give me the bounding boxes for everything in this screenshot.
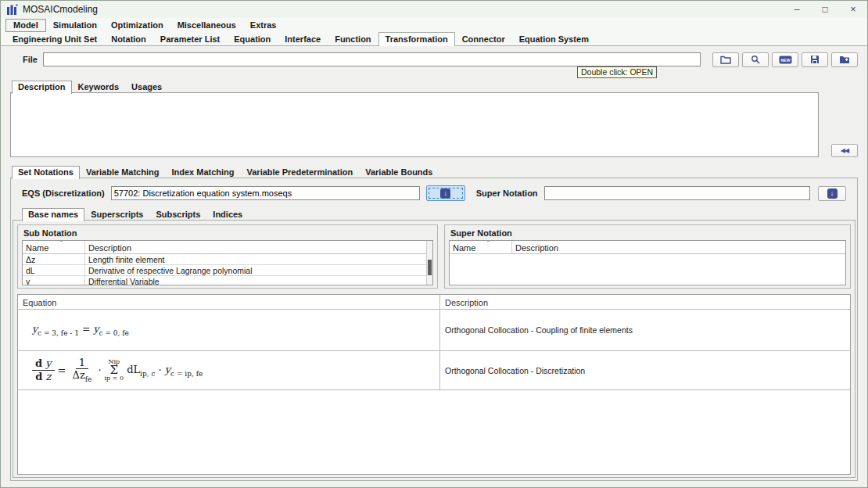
column-header-name[interactable]: Name ˆ	[450, 241, 512, 253]
cell-name: dL	[23, 265, 85, 275]
cell-name: Δz	[23, 254, 85, 264]
file-search-button[interactable]	[742, 52, 769, 67]
tab-subscripts[interactable]: Subscripts	[149, 208, 206, 221]
floppy-icon	[810, 55, 820, 64]
super-notation-group: Super Notation Name ˆ Description	[444, 224, 851, 289]
main-content: File NEW	[1, 52, 867, 481]
tab-variable-matching[interactable]: Variable Matching	[80, 166, 166, 178]
window-title: MOSAICmodeling	[23, 4, 98, 15]
folder-export-icon	[839, 55, 850, 64]
tab-set-notations[interactable]: Set Notations	[12, 166, 80, 179]
notation-tab-bar: Base names Superscripts Subscripts Indic…	[22, 207, 857, 221]
tab-connector[interactable]: Connector	[455, 32, 512, 45]
file-new-button[interactable]: NEW	[772, 52, 798, 67]
equation-cell: yc = 3, fe - 1 = yc = 0, fe	[18, 310, 440, 350]
table-row[interactable]: dL Derivative of respective Lagrange pol…	[23, 265, 432, 276]
super-notation-import-button[interactable]: ↓	[818, 186, 846, 201]
equation-row[interactable]: yc = 3, fe - 1 = yc = 0, fe Orthogonal C…	[18, 310, 850, 351]
maximize-button[interactable]: □	[811, 1, 839, 18]
file-toolbar: NEW	[712, 52, 858, 67]
column-header-label: Name	[26, 243, 48, 253]
file-label: File	[10, 55, 43, 64]
folder-icon	[720, 55, 731, 64]
magnifier-icon	[751, 55, 760, 64]
sort-ascending-icon: ˆ	[487, 240, 490, 247]
column-header-label: Name	[453, 243, 475, 253]
equation-description: Orthogonal Collocation - Coupling of fin…	[440, 310, 850, 350]
file-open-button[interactable]	[712, 52, 739, 67]
tab-variable-bounds[interactable]: Variable Bounds	[359, 166, 439, 178]
menu-optimization[interactable]: Optimization	[104, 20, 170, 31]
app-logo-icon	[6, 4, 18, 16]
column-header-description: Description	[440, 295, 850, 309]
super-notation-label: Super Notation	[476, 188, 538, 198]
cell-name: y	[23, 276, 85, 285]
import-icon: ↓	[827, 188, 838, 199]
close-button[interactable]: ×	[839, 1, 867, 18]
eqs-row: EQS (Discretization) ↓ Super Notation ↓	[22, 185, 846, 201]
eqs-import-button[interactable]: ↓	[426, 185, 465, 201]
menu-bar: Model Simulation Optimization Miscellane…	[1, 18, 867, 32]
tab-notation[interactable]: Notation	[104, 32, 153, 45]
sub-notation-table: Name ˆ Description Δz Length finite elem…	[22, 240, 433, 285]
equation-formula: yc = 3, fe - 1 = yc = 0, fe	[32, 323, 129, 337]
tab-indices[interactable]: Indices	[206, 208, 249, 221]
super-notation-title: Super Notation	[450, 228, 846, 238]
minimize-button[interactable]: –	[783, 1, 811, 18]
new-badge-icon: NEW	[779, 56, 792, 64]
eqs-label: EQS (Discretization)	[22, 188, 105, 198]
column-header-description[interactable]: Description	[512, 241, 561, 253]
menu-miscellaneous[interactable]: Miscellaneous	[170, 20, 243, 31]
sort-ascending-icon: ˆ	[60, 240, 63, 247]
description-tab-bar: Description Keywords Usages	[10, 80, 858, 93]
table-header: Name ˆ Description	[23, 241, 432, 254]
column-header-name[interactable]: Name ˆ	[23, 241, 85, 253]
base-names-panel: Sub Notation Name ˆ Description Δz	[13, 220, 855, 478]
tab-index-matching[interactable]: Index Matching	[165, 166, 240, 178]
super-notation-input[interactable]	[544, 186, 810, 200]
column-header-description[interactable]: Description	[85, 241, 135, 253]
tab-interface[interactable]: Interface	[278, 32, 328, 45]
tab-parameter-list[interactable]: Parameter List	[153, 32, 227, 45]
tab-equation[interactable]: Equation	[227, 32, 278, 45]
cell-description: Differential Variable	[85, 277, 432, 286]
sub-notation-group: Sub Notation Name ˆ Description Δz	[17, 224, 438, 289]
equation-cell: d yd z = 1Δzfe · NipΣip = 0 dLip, c · yc…	[18, 351, 440, 389]
tab-function[interactable]: Function	[328, 32, 378, 45]
equation-table-header: Equation Description	[18, 295, 850, 310]
table-row[interactable]: y Differential Variable	[23, 276, 432, 285]
title-bar: MOSAICmodeling – □ ×	[1, 1, 867, 18]
menu-simulation[interactable]: Simulation	[46, 20, 104, 31]
cell-description: Derivative of respective Lagrange polyno…	[85, 266, 432, 275]
table-row[interactable]: Δz Length finite element	[23, 254, 432, 265]
menu-model[interactable]: Model	[5, 19, 46, 32]
menu-extras[interactable]: Extras	[243, 20, 284, 31]
vertical-scrollbar[interactable]	[426, 241, 432, 285]
focus-ring	[429, 188, 463, 199]
equation-row[interactable]: d yd z = 1Δzfe · NipΣip = 0 dLip, c · yc…	[18, 351, 850, 390]
super-notation-table: Name ˆ Description	[449, 240, 846, 285]
equation-table: Equation Description yc = 3, fe - 1 = yc…	[17, 294, 851, 475]
tab-engineering-unit-set[interactable]: Engineering Unit Set	[5, 32, 104, 45]
tab-base-names[interactable]: Base names	[22, 208, 84, 221]
file-save-button[interactable]	[802, 52, 828, 67]
set-notations-panel: EQS (Discretization) ↓ Super Notation ↓ …	[10, 178, 858, 481]
tab-keywords[interactable]: Keywords	[72, 81, 126, 93]
notation-groups: Sub Notation Name ˆ Description Δz	[17, 224, 851, 289]
file-input[interactable]	[43, 52, 701, 66]
window-controls: – □ ×	[783, 1, 867, 18]
tab-usages[interactable]: Usages	[125, 81, 168, 93]
tab-transformation[interactable]: Transformation	[378, 32, 455, 46]
tab-equation-system[interactable]: Equation System	[512, 32, 596, 45]
description-textarea[interactable]	[10, 92, 819, 157]
scrollbar-thumb[interactable]	[428, 260, 432, 275]
application-window: MOSAICmodeling – □ × Model Simulation Op…	[0, 0, 868, 488]
eqs-input[interactable]	[111, 186, 420, 200]
tab-description[interactable]: Description	[12, 81, 72, 94]
table-header: Name ˆ Description	[450, 241, 845, 254]
tab-variable-predetermination[interactable]: Variable Predetermination	[241, 166, 360, 178]
collapse-panel-button[interactable]: ◀◀	[831, 144, 858, 157]
tab-superscripts[interactable]: Superscripts	[84, 208, 149, 221]
file-save-as-button[interactable]	[831, 52, 858, 67]
equation-formula: d yd z = 1Δzfe · NipΣip = 0 dLip, c · yc…	[32, 357, 203, 384]
